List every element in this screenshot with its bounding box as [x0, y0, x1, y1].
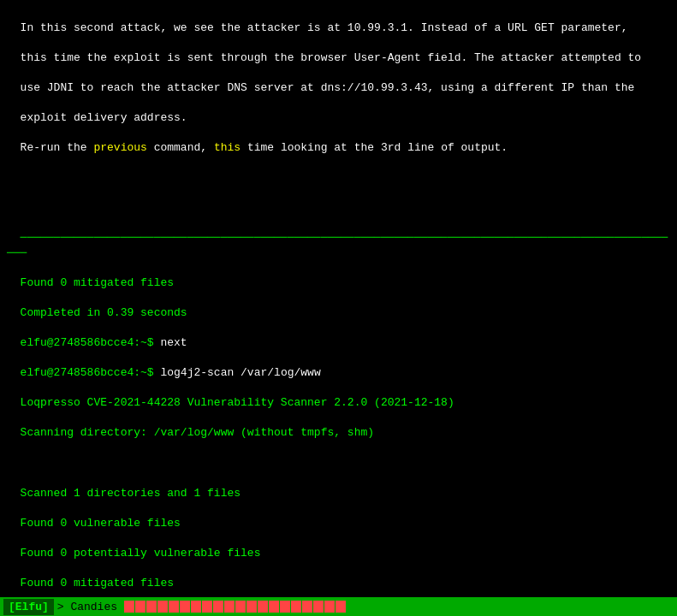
progress-block — [291, 601, 301, 613]
progress-block — [336, 601, 346, 613]
prompt-next: elfu@2748586bcce4:~$ next — [21, 336, 187, 349]
progress-block — [124, 601, 134, 613]
progress-block — [180, 601, 190, 613]
progress-block — [258, 601, 268, 613]
progress-block — [224, 601, 235, 613]
divider: ────────────────────────────────────────… — [7, 231, 668, 259]
status-candies-label: > Candies — [57, 601, 117, 613]
progress-block — [235, 601, 246, 613]
intro-line-4: exploit delivery address. — [21, 111, 187, 124]
progress-block — [135, 601, 145, 613]
intro-line-5: Re-run the previous command, this time l… — [21, 141, 508, 154]
output-loqpresso: Loqpresso CVE-2021-44228 Vulnerability S… — [21, 396, 454, 409]
output-scanned: Scanned 1 directories and 1 files — [21, 487, 241, 500]
status-bar: [Elfu] > Candies — [0, 597, 677, 616]
progress-bar — [124, 601, 346, 613]
status-elfu-label: [Elfu] — [3, 599, 54, 615]
progress-block — [157, 601, 168, 613]
output-mitigated2: Found 0 mitigated files — [21, 577, 174, 589]
intro-line-1: In this second attack, we see the attack… — [21, 21, 628, 34]
terminal-output: In this second attack, we see the attack… — [0, 0, 677, 597]
output-scanning: Scanning directory: /var/log/www (withou… — [21, 426, 374, 439]
output-mitigated: Found 0 mitigated files — [21, 276, 174, 289]
progress-block — [324, 601, 335, 613]
progress-block — [169, 601, 179, 613]
output-completed1: Completed in 0.39 seconds — [21, 306, 187, 319]
progress-block — [246, 601, 257, 613]
intro-line-3: use JDNI to reach the attacker DNS serve… — [21, 81, 635, 94]
progress-block — [302, 601, 312, 613]
progress-block — [280, 601, 290, 613]
output-vuln-files: Found 0 vulnerable files — [21, 517, 181, 530]
progress-block — [191, 601, 201, 613]
progress-block — [313, 601, 324, 613]
progress-block — [202, 601, 212, 613]
progress-block — [269, 601, 279, 613]
progress-block — [213, 601, 223, 613]
intro-line-2: this time the exploit is sent through th… — [21, 51, 642, 64]
prompt-log4j2: elfu@2748586bcce4:~$ log4j2-scan /var/lo… — [21, 366, 321, 379]
output-pot-vuln: Found 0 potentially vulnerable files — [21, 547, 261, 560]
progress-block — [146, 601, 157, 613]
